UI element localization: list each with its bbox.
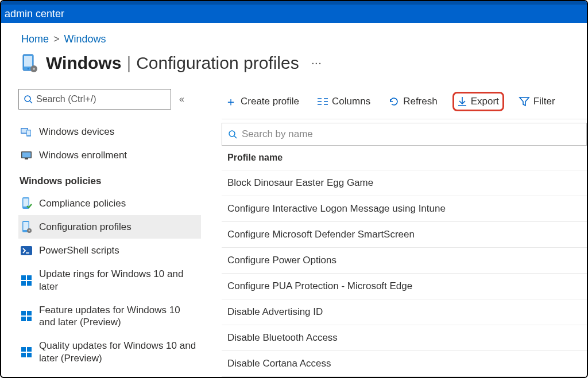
create-profile-button[interactable]: ＋ Create profile: [222, 92, 303, 112]
search-icon: [24, 95, 33, 104]
page-title-rest: Configuration profiles: [136, 53, 299, 73]
svg-point-2: [28, 68, 29, 70]
svg-line-44: [234, 136, 237, 138]
table-row[interactable]: Configure Microsoft Defender SmartScreen: [222, 222, 587, 248]
page-content: Home > Windows Windows | Configuration p…: [1, 23, 587, 378]
breadcrumb-separator: >: [53, 33, 60, 45]
phone-gear-icon: [21, 221, 32, 232]
collapse-sidebar-button[interactable]: «: [179, 94, 184, 104]
svg-rect-32: [21, 353, 26, 357]
svg-rect-22: [21, 275, 26, 280]
sidebar-group-label: Windows policies: [18, 167, 201, 192]
devices-icon: [21, 126, 32, 138]
sidebar-item-quality-updates-for-windows-10-and-later-preview[interactable]: Quality updates for Windows 10 and later…: [18, 334, 201, 370]
refresh-button[interactable]: Refresh: [385, 93, 441, 110]
svg-rect-15: [24, 198, 29, 206]
table-row[interactable]: Block Dinosaur Easter Egg Game: [222, 170, 587, 196]
sidebar-item-label: Compliance policies: [39, 197, 198, 209]
filter-button[interactable]: Filter: [516, 93, 559, 110]
export-button[interactable]: Export: [452, 92, 504, 111]
svg-rect-17: [24, 222, 29, 230]
sidebar: Search (Ctrl+/) « Windows devicesWindows…: [18, 89, 201, 370]
sidebar-item-label: Windows devices: [39, 126, 198, 138]
sidebar-item-feature-updates-for-windows-10-and-later-preview[interactable]: Feature updates for Windows 10 and later…: [18, 298, 201, 334]
table-row[interactable]: Configure PUA Protection - Microsoft Edg…: [222, 274, 587, 299]
page-title-strong: Windows: [46, 53, 121, 73]
svg-rect-23: [27, 275, 32, 280]
top-bar: admin center: [1, 1, 587, 23]
windows-device-icon: [20, 53, 39, 73]
sidebar-search-input[interactable]: Search (Ctrl+/): [18, 89, 171, 110]
svg-rect-20: [21, 246, 32, 255]
sidebar-item-label: Feature updates for Windows 10 and later…: [39, 304, 198, 329]
breadcrumb: Home > Windows: [18, 33, 587, 45]
page-header: Windows | Configuration profiles ···: [18, 53, 587, 73]
sidebar-item-compliance-policies[interactable]: Compliance policies: [18, 192, 201, 215]
refresh-icon: [389, 96, 399, 107]
top-bar-title: admin center: [5, 8, 64, 20]
sidebar-item-label: Quality updates for Windows 10 and later…: [39, 340, 198, 364]
download-icon: [458, 96, 467, 107]
plus-icon: ＋: [225, 94, 237, 110]
page-title: Windows | Configuration profiles: [46, 53, 299, 73]
svg-rect-33: [27, 353, 32, 357]
profile-search-input[interactable]: Search by name: [222, 123, 587, 146]
svg-rect-1: [24, 56, 32, 67]
sidebar-item-windows-enrollment[interactable]: Windows enrollment: [18, 143, 201, 167]
table-row[interactable]: Configure Power Options: [222, 248, 587, 274]
win-icon: [21, 310, 32, 322]
svg-rect-25: [27, 281, 32, 286]
sidebar-item-label: Update rings for Windows 10 and later: [39, 268, 198, 293]
refresh-label: Refresh: [403, 96, 438, 107]
sidebar-item-label: Windows enrollment: [39, 149, 198, 161]
sidebar-item-label: Configuration profiles: [39, 221, 198, 233]
breadcrumb-home[interactable]: Home: [21, 33, 49, 45]
svg-rect-10: [27, 130, 30, 135]
svg-rect-30: [21, 347, 26, 352]
toolbar: ＋ Create profile Columns Refresh: [222, 89, 587, 114]
svg-rect-13: [25, 158, 28, 159]
columns-icon: [318, 98, 328, 106]
sidebar-item-update-rings-for-windows-10-and-later[interactable]: Update rings for Windows 10 and later: [18, 262, 201, 298]
create-profile-label: Create profile: [241, 96, 299, 107]
svg-rect-24: [21, 281, 26, 286]
svg-point-5: [25, 96, 30, 102]
filter-icon: [519, 96, 529, 107]
more-button[interactable]: ···: [312, 59, 323, 68]
svg-line-6: [30, 101, 32, 103]
export-label: Export: [471, 96, 499, 107]
sidebar-item-powershell-scripts[interactable]: PowerShell scripts: [18, 239, 201, 262]
breadcrumb-windows[interactable]: Windows: [64, 33, 106, 45]
sidebar-search-placeholder: Search (Ctrl+/): [36, 94, 96, 104]
sidebar-item-configuration-profiles[interactable]: Configuration profiles: [18, 215, 201, 239]
profile-search-placeholder: Search by name: [242, 128, 313, 140]
sidebar-item-windows-devices[interactable]: Windows devices: [18, 120, 201, 143]
phone-check-icon: [21, 197, 32, 209]
svg-rect-26: [21, 311, 26, 315]
table-row[interactable]: Disable Cortana Access: [222, 351, 587, 377]
columns-button[interactable]: Columns: [314, 93, 374, 110]
search-icon: [228, 130, 237, 139]
svg-point-43: [229, 131, 235, 137]
svg-marker-42: [520, 98, 529, 106]
page-title-pipe: |: [126, 53, 131, 73]
table-row[interactable]: Disable Advertising ID: [222, 299, 587, 325]
svg-point-19: [29, 230, 30, 232]
svg-rect-27: [27, 311, 32, 315]
table-column-header[interactable]: Profile name: [222, 146, 587, 170]
filter-label: Filter: [533, 96, 555, 107]
svg-rect-28: [21, 317, 26, 321]
win-icon: [21, 275, 32, 286]
columns-label: Columns: [332, 96, 370, 107]
toolbar-divider: [222, 119, 587, 119]
svg-rect-12: [22, 152, 31, 157]
svg-rect-29: [27, 317, 32, 321]
svg-rect-31: [27, 347, 32, 352]
table-row[interactable]: Configure Interactive Logon Message usin…: [222, 196, 587, 222]
sidebar-item-label: PowerShell scripts: [39, 244, 198, 256]
ps-icon: [21, 245, 32, 256]
main-panel: ＋ Create profile Columns Refresh: [201, 89, 587, 378]
enrollment-icon: [21, 150, 32, 161]
table-row[interactable]: Disable Bluetooth Access: [222, 325, 587, 351]
svg-point-4: [33, 68, 35, 70]
